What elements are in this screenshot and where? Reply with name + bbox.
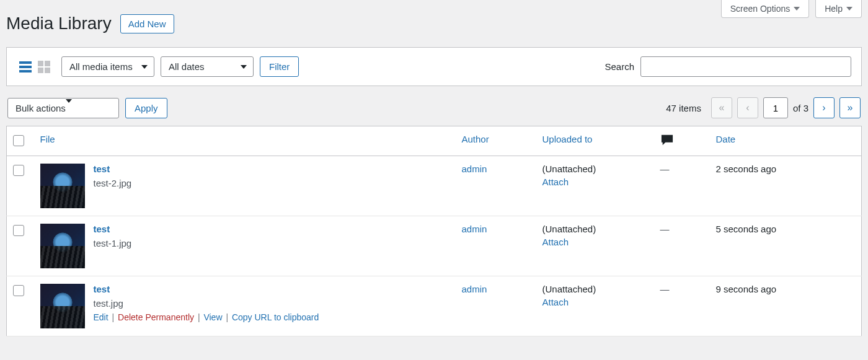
items-count: 47 items	[666, 103, 701, 113]
page-title: Media Library	[6, 14, 112, 33]
row-checkbox[interactable]	[13, 165, 24, 176]
author-link[interactable]: admin	[462, 164, 487, 174]
media-thumbnail[interactable]	[40, 224, 85, 268]
svg-rect-2	[19, 70, 32, 72]
comments-count: —	[660, 164, 670, 174]
copy-url-link[interactable]: Copy URL to clipboard	[232, 312, 319, 322]
comments-icon[interactable]	[660, 138, 674, 148]
row-actions: Edit | Delete Permanently | View | Copy …	[94, 312, 319, 322]
prev-page-button: ‹	[737, 97, 758, 118]
first-page-button: «	[711, 97, 732, 118]
page-of-total: of 3	[793, 103, 808, 113]
svg-rect-0	[19, 61, 32, 64]
col-file-header[interactable]: File	[40, 134, 55, 144]
col-author-header[interactable]: Author	[462, 134, 489, 144]
filter-button[interactable]: Filter	[260, 56, 299, 77]
media-thumbnail[interactable]	[40, 284, 85, 328]
media-filename: test.jpg	[94, 298, 319, 309]
last-page-button[interactable]: »	[839, 97, 861, 118]
media-title-link[interactable]: test	[94, 224, 132, 234]
apply-button[interactable]: Apply	[125, 98, 167, 118]
date-value: 5 seconds ago	[716, 224, 777, 234]
bulk-actions-select[interactable]: Bulk actions	[7, 98, 119, 118]
current-page-input[interactable]	[763, 97, 788, 118]
comments-count: —	[660, 284, 670, 294]
select-all-checkbox[interactable]	[13, 135, 24, 146]
media-title-link[interactable]: test	[94, 164, 132, 174]
next-page-button[interactable]: ›	[813, 97, 835, 118]
chevron-down-icon	[66, 99, 72, 113]
date-select[interactable]: All dates	[161, 56, 254, 77]
svg-rect-1	[19, 66, 32, 68]
date-value: 9 seconds ago	[716, 284, 777, 294]
date-value: 2 seconds ago	[716, 164, 777, 174]
search-input[interactable]	[640, 56, 851, 77]
uploaded-to-status: (Unattached)	[542, 164, 596, 174]
row-checkbox[interactable]	[13, 285, 24, 296]
edit-link[interactable]: Edit	[94, 312, 108, 322]
grid-view-icon[interactable]	[35, 58, 53, 76]
uploaded-to-status: (Unattached)	[542, 224, 596, 234]
media-table: File Author Uploaded to Date testtest-2.…	[6, 126, 862, 336]
filter-bar: All media items All dates Filter Search	[6, 47, 862, 86]
search-label: Search	[604, 61, 634, 72]
chevron-down-icon	[241, 65, 247, 69]
date-value: All dates	[169, 61, 205, 72]
list-view-icon[interactable]	[17, 58, 34, 76]
add-new-button[interactable]: Add New	[120, 14, 174, 33]
svg-rect-5	[38, 68, 43, 73]
row-checkbox[interactable]	[13, 225, 24, 236]
media-filename: test-1.jpg	[94, 238, 132, 248]
table-row: testtest-1.jpgadmin(Unattached)Attach—5 …	[7, 216, 862, 276]
table-row: testtest-2.jpgadmin(Unattached)Attach—2 …	[7, 156, 862, 216]
bulk-actions-value: Bulk actions	[16, 103, 66, 113]
delete-link[interactable]: Delete Permanently	[118, 312, 194, 322]
uploaded-to-status: (Unattached)	[542, 284, 596, 294]
author-link[interactable]: admin	[462, 224, 487, 234]
col-uploaded-header[interactable]: Uploaded to	[542, 134, 593, 144]
media-filename: test-2.jpg	[94, 178, 132, 188]
media-title-link[interactable]: test	[94, 284, 319, 294]
media-type-value: All media items	[69, 61, 133, 72]
svg-rect-6	[45, 68, 50, 73]
table-row: testtest.jpgEdit | Delete Permanently | …	[7, 276, 862, 336]
attach-link[interactable]: Attach	[542, 237, 648, 247]
attach-link[interactable]: Attach	[542, 297, 648, 307]
attach-link[interactable]: Attach	[542, 177, 648, 187]
media-thumbnail[interactable]	[40, 164, 85, 208]
comments-count: —	[660, 224, 670, 234]
view-link[interactable]: View	[203, 312, 222, 322]
author-link[interactable]: admin	[462, 284, 487, 294]
chevron-down-icon	[141, 65, 148, 69]
svg-rect-3	[38, 61, 43, 66]
col-date-header[interactable]: Date	[716, 134, 736, 144]
media-type-select[interactable]: All media items	[61, 56, 154, 77]
svg-rect-4	[45, 61, 50, 66]
